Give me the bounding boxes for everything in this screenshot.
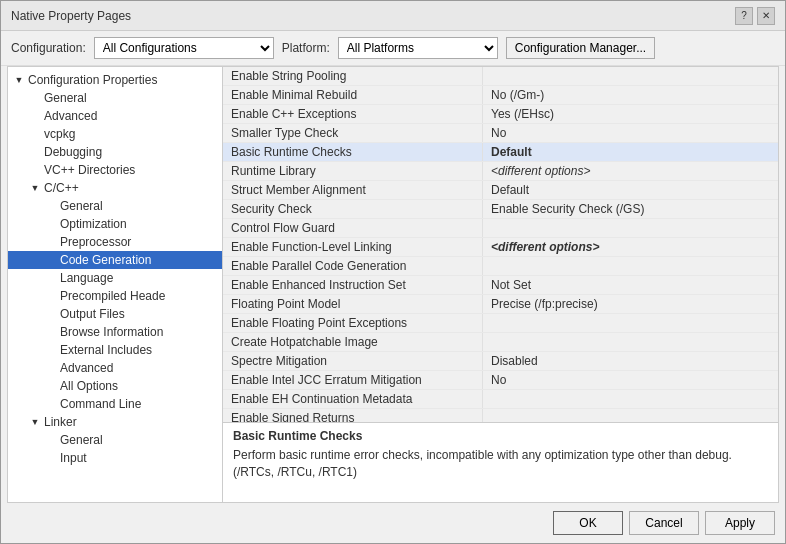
tree-item-label: Preprocessor <box>60 235 131 249</box>
property-value: No <box>483 371 778 389</box>
property-value: Default <box>483 181 778 199</box>
tree-item-output-files[interactable]: Output Files <box>8 305 222 323</box>
property-row[interactable]: Control Flow Guard <box>223 219 778 238</box>
expand-icon <box>44 217 58 231</box>
close-button[interactable]: ✕ <box>757 7 775 25</box>
property-row[interactable]: Enable Signed Returns <box>223 409 778 422</box>
property-value: <different options> <box>483 238 778 256</box>
tree-item-general[interactable]: General <box>8 197 222 215</box>
property-row[interactable]: Spectre MitigationDisabled <box>223 352 778 371</box>
property-value <box>483 333 778 351</box>
tree-item-advanced[interactable]: Advanced <box>8 107 222 125</box>
tree-item-label: Optimization <box>60 217 127 231</box>
right-panel: Enable String PoolingEnable Minimal Rebu… <box>223 67 778 502</box>
property-value: Default <box>483 143 778 161</box>
property-row[interactable]: Runtime Library<different options> <box>223 162 778 181</box>
help-button[interactable]: ? <box>735 7 753 25</box>
tree-item-configuration-properties[interactable]: ▼Configuration Properties <box>8 71 222 89</box>
property-row[interactable]: Struct Member AlignmentDefault <box>223 181 778 200</box>
property-row[interactable]: Enable EH Continuation Metadata <box>223 390 778 409</box>
tree-item-browse-information[interactable]: Browse Information <box>8 323 222 341</box>
ok-button[interactable]: OK <box>553 511 623 535</box>
tree-item-general[interactable]: General <box>8 89 222 107</box>
property-name: Enable Intel JCC Erratum Mitigation <box>223 371 483 389</box>
config-row: Configuration: All Configurations Platfo… <box>1 31 785 66</box>
expand-icon <box>44 325 58 339</box>
platform-select[interactable]: All Platforms <box>338 37 498 59</box>
property-row[interactable]: Enable C++ ExceptionsYes (/EHsc) <box>223 105 778 124</box>
expand-icon <box>44 361 58 375</box>
property-row[interactable]: Enable Intel JCC Erratum MitigationNo <box>223 371 778 390</box>
expand-icon <box>44 379 58 393</box>
dialog: Native Property Pages ? ✕ Configuration:… <box>0 0 786 544</box>
property-row[interactable]: Smaller Type CheckNo <box>223 124 778 143</box>
expand-icon <box>28 91 42 105</box>
main-content: ▼Configuration PropertiesGeneralAdvanced… <box>7 66 779 503</box>
description-title: Basic Runtime Checks <box>233 429 768 443</box>
tree-item-label: Input <box>60 451 87 465</box>
property-name: Enable Enhanced Instruction Set <box>223 276 483 294</box>
property-row[interactable]: Create Hotpatchable Image <box>223 333 778 352</box>
property-value <box>483 314 778 332</box>
tree-item-c/c++[interactable]: ▼C/C++ <box>8 179 222 197</box>
property-row[interactable]: Security CheckEnable Security Check (/GS… <box>223 200 778 219</box>
properties-table: Enable String PoolingEnable Minimal Rebu… <box>223 67 778 422</box>
tree-item-label: Output Files <box>60 307 125 321</box>
property-row[interactable]: Enable Parallel Code Generation <box>223 257 778 276</box>
tree-item-external-includes[interactable]: External Includes <box>8 341 222 359</box>
tree-item-label: vcpkg <box>44 127 75 141</box>
tree-item-language[interactable]: Language <box>8 269 222 287</box>
property-name: Smaller Type Check <box>223 124 483 142</box>
property-name: Enable String Pooling <box>223 67 483 85</box>
apply-button[interactable]: Apply <box>705 511 775 535</box>
config-manager-button[interactable]: Configuration Manager... <box>506 37 655 59</box>
platform-label: Platform: <box>282 41 330 55</box>
tree-item-code-generation[interactable]: Code Generation <box>8 251 222 269</box>
property-row[interactable]: Enable String Pooling <box>223 67 778 86</box>
tree-item-vc++-directories[interactable]: VC++ Directories <box>8 161 222 179</box>
description-text: Perform basic runtime error checks, inco… <box>233 447 768 481</box>
expand-icon <box>28 145 42 159</box>
tree-item-debugging[interactable]: Debugging <box>8 143 222 161</box>
title-bar-controls: ? ✕ <box>735 7 775 25</box>
tree-item-general[interactable]: General <box>8 431 222 449</box>
property-row[interactable]: Floating Point ModelPrecise (/fp:precise… <box>223 295 778 314</box>
tree-item-optimization[interactable]: Optimization <box>8 215 222 233</box>
property-value: <different options> <box>483 162 778 180</box>
tree-item-label: General <box>60 199 103 213</box>
tree-item-all-options[interactable]: All Options <box>8 377 222 395</box>
property-value: Precise (/fp:precise) <box>483 295 778 313</box>
tree-item-vcpkg[interactable]: vcpkg <box>8 125 222 143</box>
tree-item-precompiled-heade[interactable]: Precompiled Heade <box>8 287 222 305</box>
tree-item-linker[interactable]: ▼Linker <box>8 413 222 431</box>
cancel-button[interactable]: Cancel <box>629 511 699 535</box>
property-row[interactable]: Enable Floating Point Exceptions <box>223 314 778 333</box>
property-row[interactable]: Enable Enhanced Instruction SetNot Set <box>223 276 778 295</box>
property-value: No (/Gm-) <box>483 86 778 104</box>
tree-item-label: Browse Information <box>60 325 163 339</box>
property-value <box>483 257 778 275</box>
property-name: Control Flow Guard <box>223 219 483 237</box>
property-row[interactable]: Enable Minimal RebuildNo (/Gm-) <box>223 86 778 105</box>
expand-icon: ▼ <box>28 181 42 195</box>
expand-icon <box>44 271 58 285</box>
tree-item-label: Code Generation <box>60 253 151 267</box>
tree-item-advanced[interactable]: Advanced <box>8 359 222 377</box>
tree-item-label: VC++ Directories <box>44 163 135 177</box>
title-bar-left: Native Property Pages <box>11 9 131 23</box>
configuration-select[interactable]: All Configurations <box>94 37 274 59</box>
tree-item-input[interactable]: Input <box>8 449 222 467</box>
property-name: Enable Floating Point Exceptions <box>223 314 483 332</box>
property-row[interactable]: Basic Runtime ChecksDefault <box>223 143 778 162</box>
tree-item-label: Advanced <box>60 361 113 375</box>
tree-item-label: All Options <box>60 379 118 393</box>
dialog-title: Native Property Pages <box>11 9 131 23</box>
property-name: Enable C++ Exceptions <box>223 105 483 123</box>
property-row[interactable]: Enable Function-Level Linking<different … <box>223 238 778 257</box>
tree-item-preprocessor[interactable]: Preprocessor <box>8 233 222 251</box>
expand-icon <box>44 433 58 447</box>
description-panel: Basic Runtime Checks Perform basic runti… <box>223 422 778 502</box>
tree-item-label: Precompiled Heade <box>60 289 165 303</box>
tree-item-command-line[interactable]: Command Line <box>8 395 222 413</box>
property-value: No <box>483 124 778 142</box>
